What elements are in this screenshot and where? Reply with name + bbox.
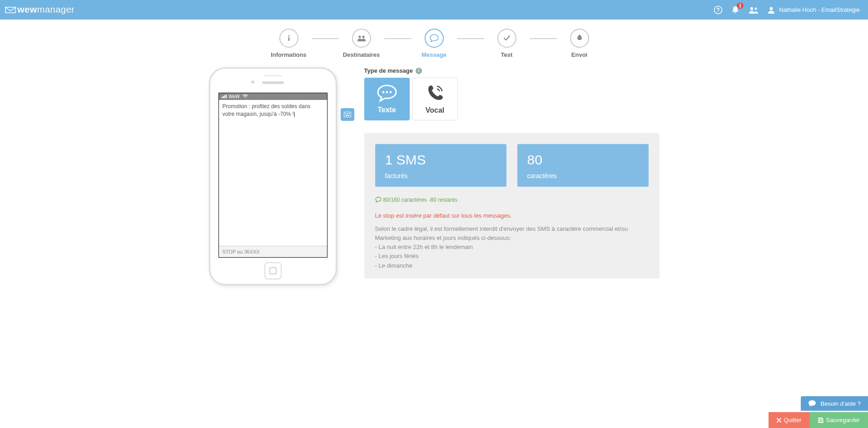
phone-screen: WeW Promotion : profitez des soldes dans… bbox=[218, 93, 327, 258]
top-bar: wewmanager ? 1 Nathalie Hoch - EmailStra… bbox=[0, 0, 868, 20]
type-texte-label: Texte bbox=[377, 106, 396, 114]
help-icon[interactable]: ? bbox=[714, 5, 723, 15]
carrier-label: WeW bbox=[229, 94, 240, 99]
notification-badge: 1 bbox=[737, 3, 744, 9]
user-menu[interactable]: Nathalie Hoch - EmailStrategie bbox=[767, 6, 860, 14]
svg-point-2 bbox=[750, 7, 753, 10]
wizard-stepper: Informations Destinataires Message Test … bbox=[0, 29, 868, 58]
type-de-message-label: Type de message i bbox=[364, 67, 660, 74]
main-content: WeW Promotion : profitez des soldes dans… bbox=[0, 67, 868, 340]
svg-rect-6 bbox=[288, 37, 289, 41]
info-tooltip-icon[interactable]: i bbox=[416, 68, 422, 74]
svg-point-5 bbox=[288, 35, 289, 36]
step-destinataires[interactable]: Destinataires bbox=[339, 29, 384, 58]
svg-rect-11 bbox=[224, 95, 225, 99]
svg-rect-10 bbox=[223, 96, 224, 98]
stat-card-chars: 80 caractères bbox=[517, 144, 649, 187]
svg-rect-15 bbox=[345, 113, 346, 114]
message-type-selector: Texte Vocal bbox=[364, 78, 660, 120]
step-envoi[interactable]: Envoi bbox=[557, 29, 602, 58]
legal-text: Selon le cadre légal, il est formellemen… bbox=[375, 224, 649, 270]
svg-point-21 bbox=[389, 91, 392, 94]
rocket-icon bbox=[575, 34, 584, 42]
svg-point-19 bbox=[382, 91, 384, 94]
expand-side-tab[interactable] bbox=[341, 108, 354, 121]
svg-text:?: ? bbox=[717, 7, 720, 13]
svg-rect-12 bbox=[226, 95, 227, 98]
contacts-icon[interactable] bbox=[748, 5, 759, 15]
char-counter: 80/160 caractères -80 restants bbox=[375, 197, 649, 203]
chat-small-icon bbox=[375, 197, 382, 203]
stop-warning-text: Le stop est insére par défaut sur tous l… bbox=[375, 212, 649, 219]
phone-preview: WeW Promotion : profitez des soldes dans… bbox=[209, 67, 337, 285]
signal-icon bbox=[222, 94, 227, 99]
user-icon bbox=[767, 6, 775, 14]
message-settings-panel: Type de message i Texte Vocal 1 SMS fact… bbox=[364, 67, 660, 285]
stat-sms-value: 1 SMS bbox=[385, 152, 496, 168]
app-logo[interactable]: wewmanager bbox=[5, 5, 74, 15]
step-message[interactable]: Message bbox=[412, 29, 457, 58]
svg-point-20 bbox=[386, 91, 388, 94]
sms-text: Promotion : profitez des soldes dans vot… bbox=[223, 103, 311, 117]
step-test[interactable]: Test bbox=[484, 29, 530, 58]
chat-bubble-icon bbox=[376, 84, 398, 102]
step-informations[interactable]: Informations bbox=[266, 29, 312, 58]
step-connector bbox=[384, 38, 412, 39]
svg-point-3 bbox=[755, 7, 757, 10]
phone-home-button bbox=[264, 262, 282, 279]
type-vocal-label: Vocal bbox=[426, 106, 445, 114]
type-card-texte[interactable]: Texte bbox=[364, 78, 410, 120]
sms-message-preview[interactable]: Promotion : profitez des soldes dans vot… bbox=[219, 100, 327, 246]
stat-sms-label: facturés bbox=[385, 172, 496, 179]
user-name-label: Nathalie Hoch - EmailStrategie bbox=[779, 6, 860, 13]
svg-point-13 bbox=[245, 97, 246, 98]
logo-text: wewmanager bbox=[17, 5, 74, 15]
keyboard-icon bbox=[344, 112, 351, 117]
type-card-vocal[interactable]: Vocal bbox=[412, 78, 458, 120]
phone-vocal-icon bbox=[426, 84, 445, 103]
stat-chars-value: 80 bbox=[527, 152, 639, 168]
svg-rect-18 bbox=[346, 115, 349, 116]
step-connector bbox=[457, 38, 484, 39]
check-icon bbox=[503, 34, 511, 42]
top-bar-right: ? 1 Nathalie Hoch - EmailStrategie bbox=[714, 5, 860, 15]
stat-card-sms: 1 SMS facturés bbox=[375, 144, 506, 187]
svg-rect-14 bbox=[344, 112, 351, 117]
people-icon bbox=[357, 35, 366, 42]
info-icon bbox=[285, 34, 293, 42]
step-connector bbox=[312, 38, 339, 39]
step-connector bbox=[530, 38, 557, 39]
chat-icon bbox=[430, 34, 439, 42]
svg-rect-16 bbox=[347, 113, 348, 114]
svg-rect-9 bbox=[222, 97, 223, 98]
phone-statusbar: WeW bbox=[219, 93, 327, 100]
svg-point-8 bbox=[362, 35, 364, 38]
stats-box: 1 SMS facturés 80 caractères 80/160 cara… bbox=[364, 133, 660, 279]
wifi-icon bbox=[243, 94, 248, 99]
phone-preview-column: WeW Promotion : profitez des soldes dans… bbox=[209, 67, 337, 285]
svg-rect-17 bbox=[349, 113, 350, 114]
svg-point-4 bbox=[770, 7, 773, 10]
notifications-icon[interactable]: 1 bbox=[731, 5, 740, 15]
svg-point-7 bbox=[358, 35, 361, 38]
sms-stop-footer: STOP au 36XXX bbox=[219, 246, 327, 257]
stat-chars-label: caractères bbox=[527, 172, 639, 179]
